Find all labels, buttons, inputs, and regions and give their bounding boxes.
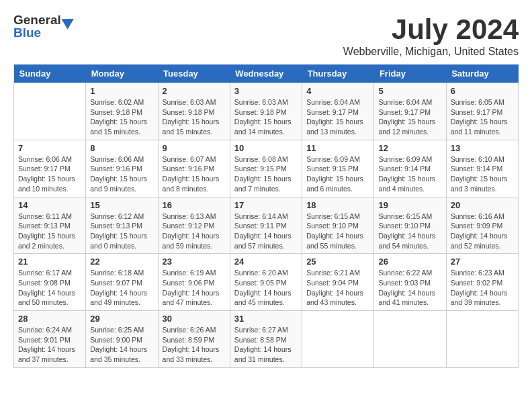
day-number: 17: [234, 200, 298, 210]
day-info: Sunrise: 6:15 AM Sunset: 9:10 PM Dayligh…: [306, 212, 369, 251]
calendar-cell: 14Sunrise: 6:11 AM Sunset: 9:13 PM Dayli…: [14, 197, 86, 254]
calendar-cell: 12Sunrise: 6:09 AM Sunset: 9:14 PM Dayli…: [374, 140, 446, 197]
calendar-cell: 6Sunrise: 6:05 AM Sunset: 9:17 PM Daylig…: [446, 83, 518, 140]
day-info: Sunrise: 6:08 AM Sunset: 9:15 PM Dayligh…: [234, 154, 298, 194]
calendar-cell: [446, 311, 518, 368]
calendar-cell: 11Sunrise: 6:09 AM Sunset: 9:15 PM Dayli…: [302, 140, 374, 197]
day-number: 30: [163, 314, 226, 324]
day-info: Sunrise: 6:06 AM Sunset: 9:17 PM Dayligh…: [18, 154, 81, 194]
day-of-week-header: Monday: [86, 64, 158, 83]
day-number: 10: [234, 143, 298, 153]
day-info: Sunrise: 6:13 AM Sunset: 9:12 PM Dayligh…: [163, 212, 226, 251]
day-info: Sunrise: 6:21 AM Sunset: 9:04 PM Dayligh…: [306, 268, 369, 308]
day-number: 16: [163, 200, 226, 210]
day-number: 19: [378, 200, 441, 210]
day-number: 5: [378, 86, 441, 96]
logo-text: General Blue: [13, 13, 75, 40]
calendar-cell: 24Sunrise: 6:20 AM Sunset: 9:05 PM Dayli…: [230, 254, 302, 311]
calendar-week-row: 28Sunrise: 6:24 AM Sunset: 9:01 PM Dayli…: [14, 311, 519, 368]
day-info: Sunrise: 6:09 AM Sunset: 9:14 PM Dayligh…: [378, 154, 441, 194]
calendar-cell: [374, 311, 446, 368]
day-info: Sunrise: 6:15 AM Sunset: 9:10 PM Dayligh…: [378, 212, 441, 251]
day-info: Sunrise: 6:03 AM Sunset: 9:18 PM Dayligh…: [163, 97, 226, 137]
day-number: 27: [451, 257, 514, 267]
day-number: 13: [451, 143, 514, 153]
day-number: 24: [234, 257, 298, 267]
calendar-cell: 9Sunrise: 6:07 AM Sunset: 9:16 PM Daylig…: [158, 140, 230, 197]
calendar-cell: 10Sunrise: 6:08 AM Sunset: 9:15 PM Dayli…: [230, 140, 302, 197]
calendar-cell: 22Sunrise: 6:18 AM Sunset: 9:07 PM Dayli…: [86, 254, 158, 311]
day-info: Sunrise: 6:25 AM Sunset: 9:00 PM Dayligh…: [90, 325, 153, 365]
day-number: 26: [378, 257, 441, 267]
day-info: Sunrise: 6:27 AM Sunset: 8:58 PM Dayligh…: [234, 325, 298, 365]
calendar-cell: 1Sunrise: 6:02 AM Sunset: 9:18 PM Daylig…: [86, 83, 158, 140]
calendar-cell: 18Sunrise: 6:15 AM Sunset: 9:10 PM Dayli…: [302, 197, 374, 254]
calendar-cell: 15Sunrise: 6:12 AM Sunset: 9:13 PM Dayli…: [86, 197, 158, 254]
day-info: Sunrise: 6:26 AM Sunset: 8:59 PM Dayligh…: [163, 325, 226, 365]
calendar-cell: 29Sunrise: 6:25 AM Sunset: 9:00 PM Dayli…: [86, 311, 158, 368]
day-info: Sunrise: 6:18 AM Sunset: 9:07 PM Dayligh…: [90, 268, 153, 308]
calendar-cell: 5Sunrise: 6:04 AM Sunset: 9:17 PM Daylig…: [374, 83, 446, 140]
day-info: Sunrise: 6:22 AM Sunset: 9:03 PM Dayligh…: [378, 268, 441, 308]
month-title: July 2024: [343, 13, 519, 46]
day-number: 7: [18, 143, 81, 153]
calendar-cell: 20Sunrise: 6:16 AM Sunset: 9:09 PM Dayli…: [446, 197, 518, 254]
day-number: 20: [451, 200, 514, 210]
day-number: 3: [234, 86, 298, 96]
day-of-week-header: Friday: [374, 64, 446, 83]
calendar-cell: 30Sunrise: 6:26 AM Sunset: 8:59 PM Dayli…: [158, 311, 230, 368]
calendar-cell: 3Sunrise: 6:03 AM Sunset: 9:18 PM Daylig…: [230, 83, 302, 140]
day-number: 29: [90, 314, 153, 324]
calendar-table: SundayMondayTuesdayWednesdayThursdayFrid…: [13, 64, 519, 368]
day-number: 11: [306, 143, 369, 153]
day-number: 15: [90, 200, 153, 210]
day-number: 8: [90, 143, 153, 153]
day-info: Sunrise: 6:04 AM Sunset: 9:17 PM Dayligh…: [306, 97, 369, 137]
calendar-cell: 13Sunrise: 6:10 AM Sunset: 9:14 PM Dayli…: [446, 140, 518, 197]
calendar-body: 1Sunrise: 6:02 AM Sunset: 9:18 PM Daylig…: [14, 83, 519, 368]
day-info: Sunrise: 6:03 AM Sunset: 9:18 PM Dayligh…: [234, 97, 298, 137]
day-info: Sunrise: 6:20 AM Sunset: 9:05 PM Dayligh…: [234, 268, 298, 308]
day-of-week-header: Thursday: [302, 64, 374, 83]
calendar-cell: 17Sunrise: 6:14 AM Sunset: 9:11 PM Dayli…: [230, 197, 302, 254]
day-info: Sunrise: 6:09 AM Sunset: 9:15 PM Dayligh…: [306, 154, 369, 194]
day-number: 2: [163, 86, 226, 96]
calendar-cell: [14, 83, 86, 140]
calendar-cell: 19Sunrise: 6:15 AM Sunset: 9:10 PM Dayli…: [374, 197, 446, 254]
day-info: Sunrise: 6:23 AM Sunset: 9:02 PM Dayligh…: [451, 268, 514, 308]
title-section: July 2024 Webberville, Michigan, United …: [343, 13, 519, 58]
day-info: Sunrise: 6:19 AM Sunset: 9:06 PM Dayligh…: [163, 268, 226, 308]
page-header: General Blue July 2024 Webberville, Mich…: [13, 13, 519, 58]
day-number: 9: [163, 143, 226, 153]
day-info: Sunrise: 6:14 AM Sunset: 9:11 PM Dayligh…: [234, 212, 298, 251]
day-info: Sunrise: 6:07 AM Sunset: 9:16 PM Dayligh…: [163, 154, 226, 194]
calendar-cell: 21Sunrise: 6:17 AM Sunset: 9:08 PM Dayli…: [14, 254, 86, 311]
logo-blue: Blue: [13, 26, 75, 40]
calendar-cell: 31Sunrise: 6:27 AM Sunset: 8:58 PM Dayli…: [230, 311, 302, 368]
day-number: 22: [90, 257, 153, 267]
day-of-week-header: Wednesday: [230, 64, 302, 83]
day-info: Sunrise: 6:17 AM Sunset: 9:08 PM Dayligh…: [18, 268, 81, 308]
calendar-cell: 8Sunrise: 6:06 AM Sunset: 9:16 PM Daylig…: [86, 140, 158, 197]
day-number: 31: [234, 314, 298, 324]
day-number: 25: [306, 257, 369, 267]
day-info: Sunrise: 6:11 AM Sunset: 9:13 PM Dayligh…: [18, 212, 81, 251]
calendar-week-row: 7Sunrise: 6:06 AM Sunset: 9:17 PM Daylig…: [14, 140, 519, 197]
calendar-cell: [302, 311, 374, 368]
day-info: Sunrise: 6:02 AM Sunset: 9:18 PM Dayligh…: [90, 97, 153, 137]
day-number: 4: [306, 86, 369, 96]
calendar-cell: 23Sunrise: 6:19 AM Sunset: 9:06 PM Dayli…: [158, 254, 230, 311]
calendar-cell: 28Sunrise: 6:24 AM Sunset: 9:01 PM Dayli…: [14, 311, 86, 368]
day-number: 1: [90, 86, 153, 96]
location: Webberville, Michigan, United States: [343, 46, 519, 58]
day-info: Sunrise: 6:24 AM Sunset: 9:01 PM Dayligh…: [18, 325, 81, 365]
calendar-cell: 27Sunrise: 6:23 AM Sunset: 9:02 PM Dayli…: [446, 254, 518, 311]
calendar-header: SundayMondayTuesdayWednesdayThursdayFrid…: [14, 64, 519, 83]
day-info: Sunrise: 6:04 AM Sunset: 9:17 PM Dayligh…: [378, 97, 441, 137]
calendar-cell: 16Sunrise: 6:13 AM Sunset: 9:12 PM Dayli…: [158, 197, 230, 254]
calendar-cell: 25Sunrise: 6:21 AM Sunset: 9:04 PM Dayli…: [302, 254, 374, 311]
days-of-week-row: SundayMondayTuesdayWednesdayThursdayFrid…: [14, 64, 519, 83]
logo: General Blue: [13, 13, 75, 40]
calendar-cell: 26Sunrise: 6:22 AM Sunset: 9:03 PM Dayli…: [374, 254, 446, 311]
calendar-cell: 7Sunrise: 6:06 AM Sunset: 9:17 PM Daylig…: [14, 140, 86, 197]
